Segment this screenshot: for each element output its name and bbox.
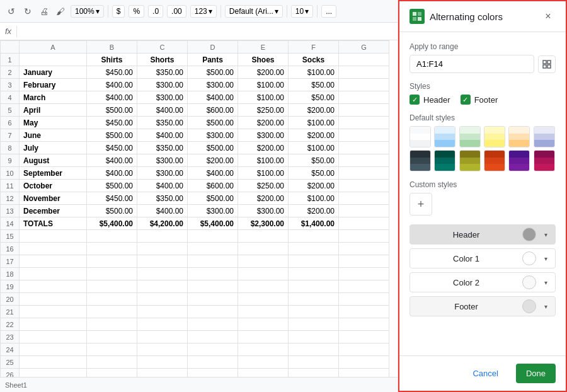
cell-25-A[interactable]	[20, 356, 87, 369]
cell-8-C[interactable]: $350.00	[137, 142, 188, 154]
color2-dropdown-icon[interactable]: ▾	[541, 278, 550, 287]
cell-2-C[interactable]: $350.00	[137, 66, 188, 79]
more-options-button[interactable]: ...	[321, 5, 336, 18]
font-selector[interactable]: Default (Ari... ▾	[225, 5, 283, 18]
col-header-f[interactable]: F	[289, 41, 339, 54]
col-header-e[interactable]: E	[238, 41, 289, 54]
cell-3-G[interactable]	[339, 79, 389, 91]
cell-4-D[interactable]: $400.00	[188, 91, 238, 104]
cell-5-G[interactable]	[339, 104, 389, 117]
header-checkbox[interactable]: ✓	[410, 95, 420, 105]
cell-5-D[interactable]: $600.00	[188, 104, 238, 117]
cell-20-D[interactable]	[188, 293, 238, 306]
cell-22-F[interactable]	[289, 318, 339, 331]
cell-7-F[interactable]: $200.00	[289, 129, 339, 142]
cell-20-E[interactable]	[238, 293, 289, 306]
style-swatch[interactable]	[459, 126, 481, 147]
cell-4-C[interactable]: $300.00	[137, 91, 188, 104]
cell-1-C[interactable]: Shorts	[137, 54, 188, 66]
cell-10-A[interactable]: September	[20, 167, 87, 180]
cell-24-G[interactable]	[339, 343, 389, 356]
col-header-b[interactable]: B	[87, 41, 137, 54]
cell-22-B[interactable]	[87, 318, 137, 331]
cell-18-F[interactable]	[289, 268, 339, 280]
cell-14-A[interactable]: TOTALS	[20, 217, 87, 230]
cell-3-C[interactable]: $300.00	[137, 79, 188, 91]
col-header-c[interactable]: C	[137, 41, 188, 54]
zoom-control[interactable]: 100% ▾	[71, 5, 104, 18]
print-icon[interactable]: 🖨	[38, 5, 50, 18]
cell-24-E[interactable]	[238, 343, 289, 356]
cell-19-G[interactable]	[339, 280, 389, 293]
cell-12-E[interactable]: $200.00	[238, 192, 289, 205]
cell-13-C[interactable]: $400.00	[137, 205, 188, 217]
cell-5-E[interactable]: $250.00	[238, 104, 289, 117]
spreadsheet-table-container[interactable]: A B C D E F G 1ShirtsShortsPantsShoesSoc…	[0, 40, 398, 377]
cell-13-D[interactable]: $300.00	[188, 205, 238, 217]
cell-5-F[interactable]: $200.00	[289, 104, 339, 117]
col-header-d[interactable]: D	[188, 41, 238, 54]
cell-24-F[interactable]	[289, 343, 339, 356]
cell-25-G[interactable]	[339, 356, 389, 369]
cell-7-D[interactable]: $300.00	[188, 129, 238, 142]
cell-23-C[interactable]	[137, 331, 188, 343]
cell-25-C[interactable]	[137, 356, 188, 369]
cell-18-C[interactable]	[137, 268, 188, 280]
cell-1-E[interactable]: Shoes	[238, 54, 289, 66]
cell-11-D[interactable]: $600.00	[188, 180, 238, 192]
cell-10-B[interactable]: $400.00	[87, 167, 137, 180]
footer-color-dropdown-icon[interactable]: ▾	[541, 302, 550, 311]
style-swatch[interactable]	[484, 126, 505, 147]
cell-25-B[interactable]	[87, 356, 137, 369]
cell-26-A[interactable]	[20, 369, 87, 378]
cell-5-A[interactable]: April	[20, 104, 87, 117]
cell-6-G[interactable]	[339, 117, 389, 129]
cell-3-B[interactable]: $400.00	[87, 79, 137, 91]
cell-20-F[interactable]	[289, 293, 339, 306]
cell-26-D[interactable]	[188, 369, 238, 378]
cell-1-A[interactable]	[20, 54, 87, 66]
col-header-g[interactable]: G	[339, 41, 389, 54]
cell-1-D[interactable]: Pants	[188, 54, 238, 66]
cell-4-B[interactable]: $400.00	[87, 91, 137, 104]
cell-19-D[interactable]	[188, 280, 238, 293]
cell-9-C[interactable]: $300.00	[137, 154, 188, 167]
percent-button[interactable]: %	[129, 5, 144, 18]
range-input[interactable]	[410, 55, 534, 73]
cell-21-D[interactable]	[188, 306, 238, 318]
cell-6-B[interactable]: $450.00	[87, 117, 137, 129]
cell-5-B[interactable]: $500.00	[87, 104, 137, 117]
cell-17-E[interactable]	[238, 255, 289, 268]
cell-11-A[interactable]: October	[20, 180, 87, 192]
cell-24-B[interactable]	[87, 343, 137, 356]
cell-23-D[interactable]	[188, 331, 238, 343]
cell-17-C[interactable]	[137, 255, 188, 268]
cell-20-B[interactable]	[87, 293, 137, 306]
style-swatch[interactable]	[508, 126, 530, 147]
cell-10-D[interactable]: $400.00	[188, 167, 238, 180]
cell-25-E[interactable]	[238, 356, 289, 369]
color2-circle[interactable]	[522, 275, 536, 289]
cell-9-B[interactable]: $400.00	[87, 154, 137, 167]
header-checkbox-label[interactable]: ✓ Header	[410, 95, 450, 105]
cell-19-F[interactable]	[289, 280, 339, 293]
cell-24-A[interactable]	[20, 343, 87, 356]
style-swatch[interactable]	[534, 150, 555, 171]
cell-5-C[interactable]: $400.00	[137, 104, 188, 117]
style-swatch[interactable]	[508, 150, 530, 171]
cell-9-F[interactable]: $50.00	[289, 154, 339, 167]
cell-8-D[interactable]: $500.00	[188, 142, 238, 154]
cell-13-F[interactable]: $200.00	[289, 205, 339, 217]
cell-20-G[interactable]	[339, 293, 389, 306]
cell-4-G[interactable]	[339, 91, 389, 104]
cell-9-G[interactable]	[339, 154, 389, 167]
cell-18-E[interactable]	[238, 268, 289, 280]
cell-11-F[interactable]: $200.00	[289, 180, 339, 192]
cell-6-C[interactable]: $350.00	[137, 117, 188, 129]
decimal1-button[interactable]: .0	[148, 5, 163, 18]
cell-17-G[interactable]	[339, 255, 389, 268]
cell-16-C[interactable]	[137, 243, 188, 255]
cell-9-D[interactable]: $200.00	[188, 154, 238, 167]
done-button[interactable]: Done	[516, 364, 556, 383]
cell-9-E[interactable]: $100.00	[238, 154, 289, 167]
